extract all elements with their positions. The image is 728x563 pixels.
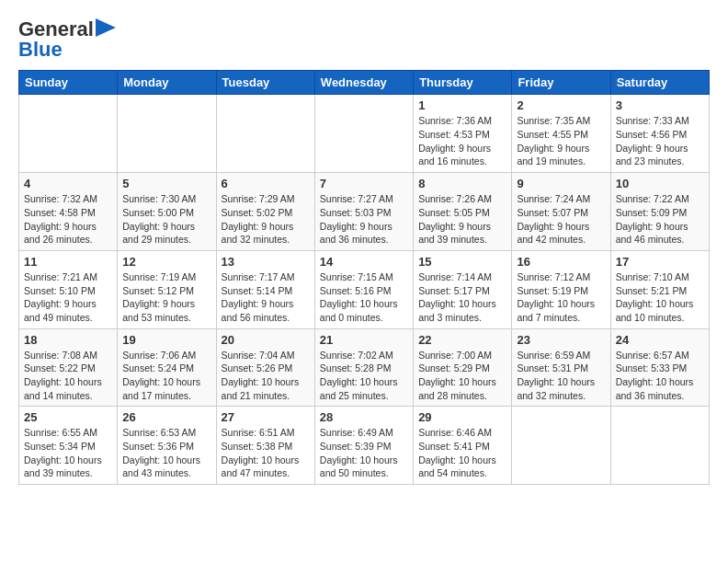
day-info: Sunrise: 7:10 AM Sunset: 5:21 PM Dayligh… <box>616 270 704 325</box>
day-info: Sunrise: 7:08 AM Sunset: 5:22 PM Dayligh… <box>24 349 112 403</box>
day-number: 4 <box>24 177 112 190</box>
weekday-monday: Monday <box>118 71 216 95</box>
weekday-thursday: Thursday <box>414 71 512 95</box>
day-number: 13 <box>222 255 310 269</box>
week-row-3: 18Sunrise: 7:08 AM Sunset: 5:22 PM Dayli… <box>19 328 710 407</box>
day-number: 25 <box>24 410 112 424</box>
calendar-cell: 15Sunrise: 7:14 AM Sunset: 5:17 PM Dayli… <box>414 250 512 328</box>
day-info: Sunrise: 7:21 AM Sunset: 5:10 PM Dayligh… <box>24 270 112 325</box>
calendar-cell: 28Sunrise: 6:49 AM Sunset: 5:39 PM Dayli… <box>314 407 413 485</box>
calendar-cell: 24Sunrise: 6:57 AM Sunset: 5:33 PM Dayli… <box>610 328 709 407</box>
calendar-cell: 11Sunrise: 7:21 AM Sunset: 5:10 PM Dayli… <box>19 250 118 328</box>
logo: General Blue <box>18 18 116 61</box>
day-info: Sunrise: 7:26 AM Sunset: 5:05 PM Dayligh… <box>418 192 506 247</box>
calendar-cell: 23Sunrise: 6:59 AM Sunset: 5:31 PM Dayli… <box>512 328 610 407</box>
calendar-cell: 1Sunrise: 7:36 AM Sunset: 4:53 PM Daylig… <box>414 95 512 173</box>
day-number: 3 <box>616 98 704 112</box>
day-info: Sunrise: 6:57 AM Sunset: 5:33 PM Dayligh… <box>616 349 704 403</box>
day-number: 23 <box>517 333 605 347</box>
weekday-sunday: Sunday <box>19 71 118 95</box>
calendar-cell: 26Sunrise: 6:53 AM Sunset: 5:36 PM Dayli… <box>118 407 216 485</box>
calendar-cell: 20Sunrise: 7:04 AM Sunset: 5:26 PM Dayli… <box>216 328 314 407</box>
day-number: 2 <box>517 98 605 112</box>
day-number: 24 <box>616 333 704 347</box>
day-info: Sunrise: 7:36 AM Sunset: 4:53 PM Dayligh… <box>418 114 506 168</box>
day-number: 6 <box>222 177 310 190</box>
calendar-cell: 25Sunrise: 6:55 AM Sunset: 5:34 PM Dayli… <box>19 407 118 485</box>
calendar-cell: 29Sunrise: 6:46 AM Sunset: 5:41 PM Dayli… <box>414 407 512 485</box>
calendar-cell: 16Sunrise: 7:12 AM Sunset: 5:19 PM Dayli… <box>512 250 610 328</box>
day-info: Sunrise: 7:17 AM Sunset: 5:14 PM Dayligh… <box>222 270 310 325</box>
calendar-cell: 19Sunrise: 7:06 AM Sunset: 5:24 PM Dayli… <box>118 328 216 407</box>
week-row-2: 11Sunrise: 7:21 AM Sunset: 5:10 PM Dayli… <box>19 250 710 328</box>
day-info: Sunrise: 7:33 AM Sunset: 4:56 PM Dayligh… <box>616 114 704 168</box>
day-info: Sunrise: 7:02 AM Sunset: 5:28 PM Dayligh… <box>320 349 408 403</box>
day-info: Sunrise: 7:19 AM Sunset: 5:12 PM Dayligh… <box>122 270 210 325</box>
day-info: Sunrise: 6:59 AM Sunset: 5:31 PM Dayligh… <box>517 349 605 403</box>
day-number: 28 <box>320 410 408 424</box>
day-number: 26 <box>122 410 210 424</box>
calendar-cell: 10Sunrise: 7:22 AM Sunset: 5:09 PM Dayli… <box>610 173 709 251</box>
day-number: 7 <box>320 177 408 190</box>
weekday-tuesday: Tuesday <box>216 71 314 95</box>
logo-blue: Blue <box>18 39 63 61</box>
calendar-cell: 27Sunrise: 6:51 AM Sunset: 5:38 PM Dayli… <box>216 407 314 485</box>
day-number: 1 <box>418 98 506 112</box>
calendar-cell: 7Sunrise: 7:27 AM Sunset: 5:03 PM Daylig… <box>314 173 413 251</box>
calendar-cell <box>610 407 709 485</box>
calendar-cell: 21Sunrise: 7:02 AM Sunset: 5:28 PM Dayli… <box>314 328 413 407</box>
day-info: Sunrise: 6:46 AM Sunset: 5:41 PM Dayligh… <box>418 426 506 480</box>
calendar-cell <box>512 407 610 485</box>
day-number: 14 <box>320 255 408 269</box>
week-row-4: 25Sunrise: 6:55 AM Sunset: 5:34 PM Dayli… <box>19 407 710 485</box>
calendar-cell <box>118 95 216 173</box>
weekday-header-row: SundayMondayTuesdayWednesdayThursdayFrid… <box>19 71 710 95</box>
day-info: Sunrise: 7:04 AM Sunset: 5:26 PM Dayligh… <box>222 349 310 403</box>
page: General Blue SundayMondayTuesdayWed <box>0 0 728 494</box>
calendar-cell: 9Sunrise: 7:24 AM Sunset: 5:07 PM Daylig… <box>512 173 610 251</box>
header: General Blue <box>18 18 710 61</box>
day-number: 21 <box>320 333 408 347</box>
calendar-cell: 17Sunrise: 7:10 AM Sunset: 5:21 PM Dayli… <box>610 250 709 328</box>
svg-marker-0 <box>96 18 116 37</box>
day-number: 5 <box>122 177 210 190</box>
calendar-cell: 2Sunrise: 7:35 AM Sunset: 4:55 PM Daylig… <box>512 95 610 173</box>
calendar-cell: 4Sunrise: 7:32 AM Sunset: 4:58 PM Daylig… <box>19 173 118 251</box>
week-row-0: 1Sunrise: 7:36 AM Sunset: 4:53 PM Daylig… <box>19 95 710 173</box>
day-info: Sunrise: 6:49 AM Sunset: 5:39 PM Dayligh… <box>320 426 408 480</box>
day-number: 16 <box>517 255 605 269</box>
calendar-cell: 13Sunrise: 7:17 AM Sunset: 5:14 PM Dayli… <box>216 250 314 328</box>
day-info: Sunrise: 6:55 AM Sunset: 5:34 PM Dayligh… <box>24 426 112 480</box>
calendar-cell <box>216 95 314 173</box>
day-number: 19 <box>122 333 210 347</box>
day-number: 11 <box>24 255 112 269</box>
calendar-cell: 8Sunrise: 7:26 AM Sunset: 5:05 PM Daylig… <box>414 173 512 251</box>
calendar-cell: 18Sunrise: 7:08 AM Sunset: 5:22 PM Dayli… <box>19 328 118 407</box>
week-row-1: 4Sunrise: 7:32 AM Sunset: 4:58 PM Daylig… <box>19 173 710 251</box>
day-info: Sunrise: 7:06 AM Sunset: 5:24 PM Dayligh… <box>122 349 210 403</box>
day-info: Sunrise: 7:24 AM Sunset: 5:07 PM Dayligh… <box>517 192 605 247</box>
day-number: 9 <box>517 177 605 190</box>
day-number: 8 <box>418 177 506 190</box>
day-info: Sunrise: 6:53 AM Sunset: 5:36 PM Dayligh… <box>122 426 210 480</box>
day-number: 10 <box>616 177 704 190</box>
calendar: SundayMondayTuesdayWednesdayThursdayFrid… <box>18 70 710 485</box>
day-info: Sunrise: 7:22 AM Sunset: 5:09 PM Dayligh… <box>616 192 704 247</box>
day-info: Sunrise: 7:14 AM Sunset: 5:17 PM Dayligh… <box>418 270 506 325</box>
day-info: Sunrise: 6:51 AM Sunset: 5:38 PM Dayligh… <box>222 426 310 480</box>
day-info: Sunrise: 7:30 AM Sunset: 5:00 PM Dayligh… <box>122 192 210 247</box>
day-number: 17 <box>616 255 704 269</box>
day-info: Sunrise: 7:27 AM Sunset: 5:03 PM Dayligh… <box>320 192 408 247</box>
day-info: Sunrise: 7:15 AM Sunset: 5:16 PM Dayligh… <box>320 270 408 325</box>
day-number: 18 <box>24 333 112 347</box>
calendar-cell: 5Sunrise: 7:30 AM Sunset: 5:00 PM Daylig… <box>118 173 216 251</box>
day-info: Sunrise: 7:12 AM Sunset: 5:19 PM Dayligh… <box>517 270 605 325</box>
day-info: Sunrise: 7:35 AM Sunset: 4:55 PM Dayligh… <box>517 114 605 168</box>
day-number: 29 <box>418 410 506 424</box>
calendar-cell <box>314 95 413 173</box>
day-number: 27 <box>222 410 310 424</box>
day-number: 22 <box>418 333 506 347</box>
logo-arrow-icon <box>96 18 116 37</box>
weekday-wednesday: Wednesday <box>314 71 413 95</box>
calendar-cell <box>19 95 118 173</box>
